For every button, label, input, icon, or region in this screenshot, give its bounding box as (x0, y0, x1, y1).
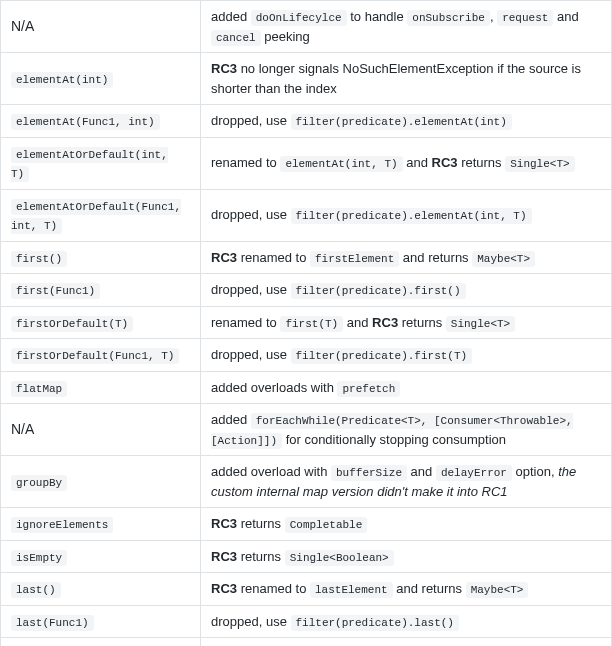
table-row: elementAt(Func1, int)dropped, use filter… (1, 105, 612, 138)
inline-code: delayError (436, 465, 512, 481)
text-span: returns (398, 315, 446, 330)
method-code: first(Func1) (11, 283, 100, 299)
inline-code: doOnLifecylce (251, 10, 347, 26)
description-cell: RC3 returns Completable (201, 508, 612, 541)
method-code: isEmpty (11, 550, 67, 566)
method-code: first() (11, 251, 67, 267)
description-cell: renamed to first(T) and RC3 returns Sing… (201, 306, 612, 339)
method-cell: lastOrDefault(T) (1, 638, 201, 647)
method-code: firstOrDefault(Func1, T) (11, 348, 179, 364)
text-span: renamed to (237, 581, 310, 596)
table-row: groupByadded overload with bufferSize an… (1, 456, 612, 508)
inline-code: Single<T> (505, 156, 574, 172)
method-cell: first(Func1) (1, 274, 201, 307)
text-span: returns (237, 516, 285, 531)
method-cell: ignoreElements (1, 508, 201, 541)
text-span: no longer signals NoSuchElementException… (211, 61, 581, 96)
text-span: dropped, use (211, 347, 291, 362)
description-cell: RC3 returns Single<Boolean> (201, 540, 612, 573)
text-span: added (211, 9, 251, 24)
inline-code: elementAt(int, T) (280, 156, 402, 172)
table-row: N/Aadded forEachWhile(Predicate<T>, [Con… (1, 404, 612, 456)
method-code: elementAt(int) (11, 72, 113, 88)
inline-code: filter(predicate).first(T) (291, 348, 473, 364)
description-cell: RC3 no longer signals NoSuchElementExcep… (201, 53, 612, 105)
inline-code: bufferSize (331, 465, 407, 481)
inline-code: filter(predicate).first() (291, 283, 466, 299)
description-cell: dropped, use filter(predicate).last() (201, 605, 612, 638)
text-span: and (553, 9, 578, 24)
table-row: first(Func1)dropped, use filter(predicat… (1, 274, 612, 307)
inline-code: cancel (211, 30, 261, 46)
inline-code: request (497, 10, 553, 26)
method-cell: elementAt(Func1, int) (1, 105, 201, 138)
table-row: firstOrDefault(T)renamed to first(T) and… (1, 306, 612, 339)
table-row: N/Aadded doOnLifecylce to handle onSubsc… (1, 1, 612, 53)
description-cell: RC3 renamed to firstElement and returns … (201, 241, 612, 274)
na-label: N/A (11, 18, 34, 34)
description-cell: added overloads with prefetch (201, 371, 612, 404)
description-cell: dropped, use filter(predicate).elementAt… (201, 105, 612, 138)
text-span: and (403, 155, 432, 170)
text-span: dropped, use (211, 207, 291, 222)
method-code: elementAt(Func1, int) (11, 114, 160, 130)
inline-code: first(T) (280, 316, 343, 332)
description-cell: RC3 renamed to lastElement and returns M… (201, 573, 612, 606)
description-cell: renamed to last(T) and RC3 returns Singl… (201, 638, 612, 647)
method-cell: elementAt(int) (1, 53, 201, 105)
method-code: groupBy (11, 475, 67, 491)
method-cell: N/A (1, 404, 201, 456)
text-span: and (407, 464, 436, 479)
na-label: N/A (11, 421, 34, 437)
text-span: renamed to (211, 155, 280, 170)
method-cell: firstOrDefault(Func1, T) (1, 339, 201, 372)
bold-text: RC3 (211, 581, 237, 596)
description-cell: added overload with bufferSize and delay… (201, 456, 612, 508)
inline-code: Completable (285, 517, 368, 533)
text-span: renamed to (211, 315, 280, 330)
inline-code: onSubscribe (407, 10, 490, 26)
inline-code: Maybe<T> (466, 582, 529, 598)
inline-code: lastElement (310, 582, 393, 598)
text-span: and (343, 315, 372, 330)
table-row: flatMapadded overloads with prefetch (1, 371, 612, 404)
bold-text: RC3 (432, 155, 458, 170)
method-code: flatMap (11, 381, 67, 397)
method-code: last(Func1) (11, 615, 94, 631)
description-cell: dropped, use filter(predicate).first() (201, 274, 612, 307)
method-cell: last() (1, 573, 201, 606)
method-code: elementAtOrDefault(Func1, int, T) (11, 199, 181, 235)
inline-code: filter(predicate).last() (291, 615, 459, 631)
method-cell: last(Func1) (1, 605, 201, 638)
text-span: for conditionally stopping consumption (282, 432, 506, 447)
text-span: and returns (399, 250, 472, 265)
method-code: ignoreElements (11, 517, 113, 533)
table-row: first()RC3 renamed to firstElement and r… (1, 241, 612, 274)
table-row: firstOrDefault(Func1, T)dropped, use fil… (1, 339, 612, 372)
inline-code: Single<Boolean> (285, 550, 394, 566)
inline-code: filter(predicate).elementAt(int) (291, 114, 512, 130)
text-span: returns (237, 549, 285, 564)
method-cell: firstOrDefault(T) (1, 306, 201, 339)
text-span: dropped, use (211, 614, 291, 629)
method-cell: isEmpty (1, 540, 201, 573)
text-span: dropped, use (211, 113, 291, 128)
description-cell: added forEachWhile(Predicate<T>, [Consum… (201, 404, 612, 456)
table-row: elementAt(int)RC3 no longer signals NoSu… (1, 53, 612, 105)
text-span: peeking (261, 29, 310, 44)
method-cell: elementAtOrDefault(Func1, int, T) (1, 189, 201, 241)
text-span: and returns (393, 581, 466, 596)
description-cell: dropped, use filter(predicate).elementAt… (201, 189, 612, 241)
method-cell: groupBy (1, 456, 201, 508)
text-span: added overloads with (211, 380, 337, 395)
table-row: last(Func1)dropped, use filter(predicate… (1, 605, 612, 638)
bold-text: RC3 (211, 61, 237, 76)
description-cell: dropped, use filter(predicate).first(T) (201, 339, 612, 372)
text-span: renamed to (237, 250, 310, 265)
description-cell: added doOnLifecylce to handle onSubscrib… (201, 1, 612, 53)
text-span: option, (512, 464, 558, 479)
method-cell: elementAtOrDefault(int, T) (1, 137, 201, 189)
api-changes-table: N/Aadded doOnLifecylce to handle onSubsc… (0, 0, 612, 646)
text-span: returns (458, 155, 506, 170)
table-row: ignoreElementsRC3 returns Completable (1, 508, 612, 541)
